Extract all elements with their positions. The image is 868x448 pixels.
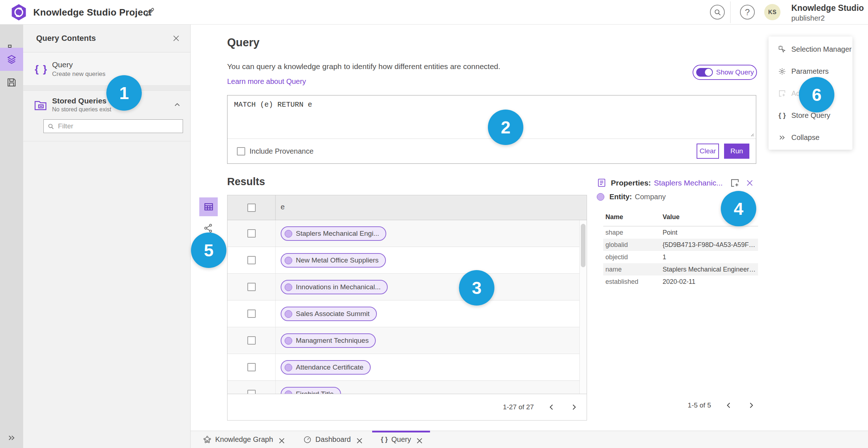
prop-name: objectid <box>603 253 663 261</box>
prop-name: shape <box>603 229 663 236</box>
rail-layers-button[interactable] <box>0 48 23 71</box>
panel-close-icon[interactable] <box>171 34 181 43</box>
show-query-toggle[interactable]: Show Query <box>693 65 757 80</box>
prev-page-button[interactable] <box>724 401 733 410</box>
next-page-button[interactable] <box>746 401 756 410</box>
row-checkbox[interactable] <box>247 336 256 345</box>
clear-button[interactable]: Clear <box>697 144 719 159</box>
search-icon <box>47 123 54 130</box>
prop-value: 2020-02-11 <box>663 278 756 286</box>
menu-item-collapse[interactable]: Collapse <box>769 127 852 149</box>
learn-more-link[interactable]: Learn more about Query <box>227 77 306 86</box>
app-logo-icon[interactable] <box>10 4 27 21</box>
entity-dot-icon <box>285 364 292 371</box>
results-page-info: 1-27 of 27 <box>503 403 534 411</box>
close-tab-icon[interactable] <box>355 436 361 443</box>
table-row[interactable]: Sales Associate Summit <box>227 300 587 327</box>
avatar[interactable]: KS <box>764 4 780 20</box>
prop-value: Point <box>663 229 756 236</box>
stored-queries-section: Stored Queries No stored queries exist <box>23 91 190 141</box>
toggle-track[interactable] <box>696 68 713 77</box>
entity-dot-icon <box>285 283 292 291</box>
entity-pill[interactable]: Attendance Certificate <box>281 360 371 375</box>
callout-badge-3: 3 <box>459 270 494 306</box>
user-block[interactable]: Knowledge Studio publisher2 <box>791 3 864 22</box>
select-all-checkbox[interactable] <box>247 204 256 212</box>
menu-label: Collapse <box>791 133 820 142</box>
run-button[interactable]: Run <box>724 144 749 159</box>
tab-label: Knowledge Graph <box>215 435 273 444</box>
tab-query[interactable]: { } Query <box>374 431 428 448</box>
table-row[interactable]: Firebird Title <box>227 381 587 394</box>
entity-pill[interactable]: New Metal Office Suppliers <box>281 253 386 268</box>
rail-save-button[interactable] <box>0 71 23 94</box>
prop-col-name: Name <box>603 213 663 226</box>
next-page-button[interactable] <box>569 402 579 412</box>
query-item-subtitle: Create new queries <box>52 71 105 78</box>
include-provenance-checkbox[interactable] <box>237 147 245 155</box>
scrollbar-thumb[interactable] <box>581 224 586 267</box>
add-square-icon <box>778 89 786 98</box>
close-tab-icon[interactable] <box>415 436 421 443</box>
edit-title-icon[interactable] <box>144 7 156 18</box>
table-row[interactable]: Staplers Mechanical Engi... <box>227 220 587 247</box>
tab-knowledge-graph[interactable]: Knowledge Graph <box>196 431 290 448</box>
properties-entity-link[interactable]: Staplers Mechanic... <box>654 179 723 187</box>
row-checkbox[interactable] <box>247 256 256 264</box>
entity-pill[interactable]: Staplers Mechanical Engi... <box>281 226 386 241</box>
search-button[interactable] <box>710 5 725 20</box>
query-editor-footer: Include Provenance Clear Run <box>227 139 756 163</box>
table-scrollbar[interactable] <box>579 220 587 394</box>
properties-page-info: 1-5 of 5 <box>688 401 711 409</box>
sidebar-item-query[interactable]: { } Query Create new queries <box>23 52 190 86</box>
stored-queries-title: Stored Queries <box>52 97 111 105</box>
entity-dot-icon <box>285 310 292 318</box>
table-row[interactable]: New Metal Office Suppliers <box>227 247 587 274</box>
header-checkbox-cell <box>227 195 276 220</box>
prop-name: established <box>603 278 663 286</box>
prev-page-button[interactable] <box>547 402 556 412</box>
tab-dashboard[interactable]: Dashboard <box>297 431 368 448</box>
row-checkbox[interactable] <box>247 310 256 318</box>
chevron-up-icon[interactable] <box>173 101 182 109</box>
resize-handle-icon[interactable] <box>748 131 754 137</box>
entity-pill[interactable]: Innovations in Mechanical... <box>281 280 388 294</box>
query-editor-text[interactable]: MATCH (e) RETURN e <box>227 95 756 114</box>
prop-name: name <box>603 266 663 273</box>
results-pagination: 1-27 of 27 <box>227 394 587 421</box>
query-description: You can query a knowledge graph to ident… <box>227 62 500 71</box>
braces-icon: { } <box>35 63 52 75</box>
entity-dot-icon <box>285 337 292 345</box>
table-row[interactable]: Managment Techniques <box>227 327 587 354</box>
properties-close-icon[interactable] <box>745 178 754 188</box>
filter-input[interactable] <box>58 122 179 130</box>
close-tab-icon[interactable] <box>277 436 284 443</box>
add-to-selection-icon[interactable] <box>730 178 740 188</box>
row-checkbox[interactable] <box>247 229 256 238</box>
entity-pill[interactable]: Managment Techniques <box>281 333 376 348</box>
double-chevron-right-icon <box>778 133 786 142</box>
expand-rail-button[interactable] <box>0 429 23 447</box>
menu-item-selection-manager[interactable]: Selection Manager <box>769 38 852 60</box>
results-table: e Staplers Mechanical Engi... New Metal … <box>227 195 587 394</box>
prop-value: Staplers Mechanical Engineering <box>663 266 756 273</box>
row-checkbox[interactable] <box>247 363 256 371</box>
table-row[interactable]: Innovations in Mechanical... <box>227 274 587 300</box>
entity-pill-label: Innovations in Mechanical... <box>296 283 380 291</box>
panel-header: Query Contents <box>23 25 190 52</box>
show-query-label: Show Query <box>716 68 754 76</box>
include-provenance-label: Include Provenance <box>250 147 314 155</box>
stored-queries-subtitle: No stored queries exist <box>52 106 111 113</box>
property-row: objectid 1 <box>603 251 758 263</box>
row-checkbox[interactable] <box>247 283 256 291</box>
user-name: publisher2 <box>791 14 864 22</box>
knowledge-graph-icon <box>203 435 212 444</box>
table-view-button[interactable] <box>199 197 218 216</box>
table-row[interactable]: Attendance Certificate <box>227 354 587 381</box>
entity-pill[interactable]: Firebird Title <box>281 387 341 394</box>
results-title: Results <box>227 176 265 188</box>
prop-value: {5D9B4713-F98D-4A53-A59F-C11... <box>663 241 756 249</box>
help-button[interactable]: ? <box>740 5 755 20</box>
callout-badge-6: 6 <box>799 77 834 112</box>
entity-pill[interactable]: Sales Associate Summit <box>281 307 377 321</box>
